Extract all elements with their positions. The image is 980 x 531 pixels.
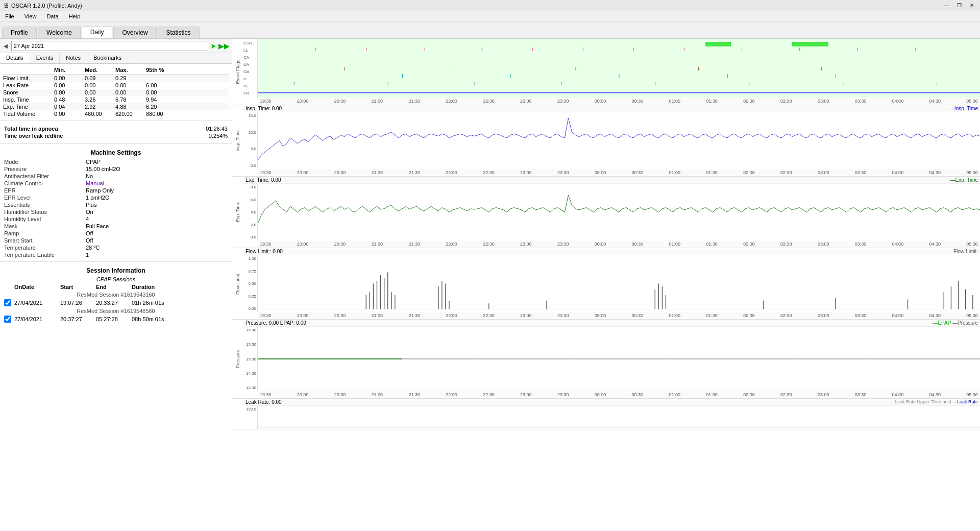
menu-data[interactable]: Data xyxy=(43,13,61,20)
svg-rect-5 xyxy=(532,47,533,51)
col-label xyxy=(3,67,54,73)
setting-label: Mode xyxy=(4,159,86,165)
app-title: OSCAR 1.2.0 (Profile: Andy) xyxy=(11,3,82,9)
svg-rect-16 xyxy=(698,67,699,70)
col-start: Start xyxy=(60,284,96,290)
insp-time-axis-label: Insp. Time xyxy=(235,130,240,152)
stats-row-leakrate: Leak Rate 0.00 0.00 0.00 6.00 xyxy=(3,82,229,89)
session-info-title: Session Information xyxy=(4,267,228,274)
flow-limit-info-left: Flow Limit.: 0.00 xyxy=(246,249,283,254)
stat-max: 620.00 xyxy=(115,111,146,117)
menu-view[interactable]: View xyxy=(21,13,40,20)
leak-rate-chart-svg xyxy=(258,406,980,429)
stat-min: 0.00 xyxy=(54,111,85,117)
col-end: End xyxy=(96,284,132,290)
setting-pressure: Pressure 15.00 cmH2O xyxy=(4,165,228,173)
close-button[interactable]: ✕ xyxy=(967,3,977,8)
stat-min: 0.00 xyxy=(54,82,85,88)
svg-rect-12 xyxy=(915,47,916,51)
nav-bar: ◄ 27 Apr 2021 ➤ ▶▶ xyxy=(0,39,232,53)
setting-humidifier: Humidifier Status On xyxy=(4,208,228,215)
setting-value: 28 ºC xyxy=(86,245,100,251)
title-bar-controls: — ❐ ✕ xyxy=(941,3,977,8)
stat-95: 6.00 xyxy=(146,82,182,88)
menu-bar: File View Data Help xyxy=(0,11,980,21)
svg-rect-17 xyxy=(821,67,822,70)
menu-file[interactable]: File xyxy=(2,13,17,20)
flow-limit-info-right: —Flow Limit. xyxy=(948,249,978,254)
svg-rect-23 xyxy=(294,82,295,85)
flow-limit-axis-label: Flow Limit. xyxy=(235,273,240,295)
setting-humidity: Humidity Level 4 xyxy=(4,215,228,223)
title-bar-left: 🖥 OSCAR 1.2.0 (Profile: Andy) xyxy=(3,2,82,9)
stat-label: Snore xyxy=(3,89,54,95)
svg-rect-9 xyxy=(742,47,742,51)
tab-profile[interactable]: Profile xyxy=(2,27,37,38)
menu-help[interactable]: Help xyxy=(66,13,84,20)
sub-tab-events[interactable]: Events xyxy=(30,53,60,63)
session-end-1: 20:33:27 xyxy=(96,300,132,306)
svg-rect-7 xyxy=(633,47,634,51)
svg-rect-3 xyxy=(424,47,424,51)
nav-date-input[interactable]: 27 Apr 2021 xyxy=(11,41,208,51)
pressure-info-right: —EPAP —Pressure xyxy=(933,320,978,326)
setting-value: No xyxy=(86,173,93,179)
tab-overview[interactable]: Overview xyxy=(113,27,156,38)
sub-tabs: Details Events Notes Bookmarks xyxy=(0,53,232,64)
stats-header: Min. Med. Max. 95th % xyxy=(3,66,229,75)
setting-label: Climate Control xyxy=(4,180,86,186)
svg-rect-14 xyxy=(453,67,453,70)
stat-95: 0.00 xyxy=(146,89,182,95)
sub-tab-notes[interactable]: Notes xyxy=(60,53,87,63)
pressure-section: Pressure Pressure: 0.00 EPAP: 0.00 —EPAP… xyxy=(232,320,980,399)
nav-prev-button[interactable]: ◄ xyxy=(2,42,9,50)
sub-tab-bookmarks[interactable]: Bookmarks xyxy=(87,53,128,63)
svg-rect-2 xyxy=(366,47,366,51)
leak-label: Time over leak redline xyxy=(4,133,63,139)
event-flags-chart: CSRLLCAUAOAHREFR xyxy=(243,39,980,105)
setting-epr: EPR Ramp Only xyxy=(4,187,228,194)
session-start-2: 20:37:27 xyxy=(60,316,96,322)
setting-value: 4 xyxy=(86,216,89,222)
app-icon: 🖥 xyxy=(3,2,9,9)
setting-label: Antibacterial Filter xyxy=(4,173,86,179)
setting-value: Off xyxy=(86,230,93,236)
session-end-2: 05:27:28 xyxy=(96,316,132,322)
stat-max: 0.00 xyxy=(115,82,146,88)
sub-tab-details[interactable]: Details xyxy=(0,53,30,63)
leak-rate-section: Leak Rate: 0.00 -- Leak Rate Upper Thres… xyxy=(232,399,980,429)
setting-eprlevel: EPR Level 1 cmH2O xyxy=(4,194,228,201)
stat-max: 6.78 xyxy=(115,96,146,103)
setting-label: Humidifier Status xyxy=(4,209,86,215)
tab-statistics[interactable]: Statistics xyxy=(158,27,200,38)
svg-rect-24 xyxy=(388,82,388,85)
nav-bookmark-icon[interactable]: ▶▶ xyxy=(218,42,230,50)
maximize-button[interactable]: ❐ xyxy=(954,3,965,8)
stat-med: 460.00 xyxy=(85,111,115,117)
minimize-button[interactable]: — xyxy=(941,3,952,8)
event-flags-axis-label: Event Flags xyxy=(235,60,240,84)
exp-time-chart-svg xyxy=(258,184,980,240)
pressure-axis-label: Pressure xyxy=(235,350,240,368)
svg-rect-22 xyxy=(836,74,836,78)
right-panel[interactable]: Event Flags CSRLLCAUAOAHREFR xyxy=(232,39,980,531)
setting-climate: Climate Control Manual xyxy=(4,180,228,187)
setting-value: Full Face xyxy=(86,223,109,229)
session-duration-1: 01h 26m 01s xyxy=(132,300,178,306)
setting-label: Temperature xyxy=(4,245,86,251)
session-checkbox-2[interactable] xyxy=(4,316,11,323)
setting-smartstart: Smart Start Off xyxy=(4,237,228,244)
nav-pin-icon[interactable]: ➤ xyxy=(210,42,216,50)
pressure-chart-svg xyxy=(258,327,980,391)
setting-temp-enable: Temperature Enable 1 xyxy=(4,251,228,258)
svg-rect-21 xyxy=(727,74,728,78)
session-start-1: 19:07:26 xyxy=(60,300,96,306)
svg-rect-29 xyxy=(843,82,843,85)
tab-welcome[interactable]: Welcome xyxy=(38,27,81,38)
apnoea-value: 01:26:43 xyxy=(206,126,228,132)
setting-mode: Mode CPAP xyxy=(4,158,228,165)
session-checkbox-1[interactable] xyxy=(4,299,11,306)
tab-daily[interactable]: Daily xyxy=(82,26,113,38)
setting-label: Essentials xyxy=(4,202,86,208)
flow-limit-chart-svg xyxy=(258,255,980,312)
